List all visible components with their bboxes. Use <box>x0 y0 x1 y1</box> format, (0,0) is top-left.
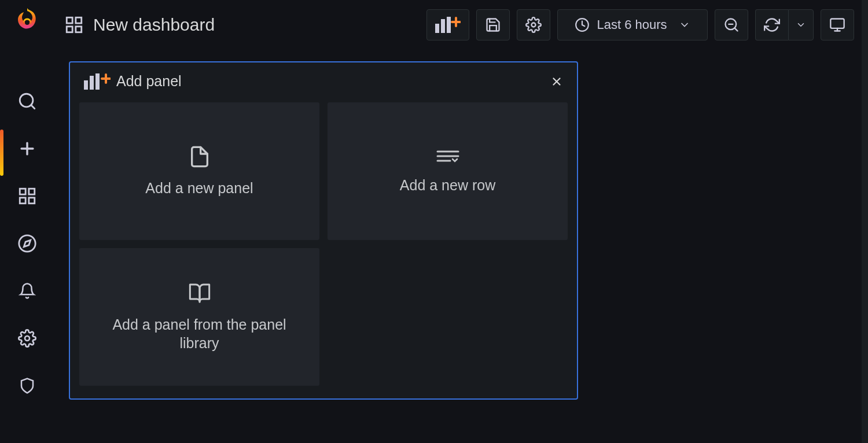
svg-point-12 <box>25 336 30 341</box>
time-range-label: Last 6 hours <box>597 17 667 32</box>
sidebar-explore[interactable] <box>12 228 43 259</box>
left-sidebar <box>0 0 54 443</box>
refresh-group <box>755 9 814 40</box>
save-button[interactable] <box>476 9 510 40</box>
grafana-logo[interactable] <box>13 7 41 35</box>
svg-rect-18 <box>441 19 445 33</box>
sidebar-alerting[interactable] <box>12 275 43 307</box>
tile-label: Add a panel from the panel library <box>97 315 302 353</box>
title-group: New dashboard <box>64 15 420 35</box>
tile-add-from-library[interactable]: Add a panel from the panel library <box>79 248 319 386</box>
settings-button[interactable] <box>517 9 550 40</box>
svg-marker-11 <box>24 240 30 246</box>
svg-rect-15 <box>67 27 72 32</box>
svg-rect-30 <box>84 80 88 90</box>
add-panel-button[interactable] <box>426 9 469 40</box>
svg-line-25 <box>734 28 737 31</box>
svg-rect-19 <box>447 17 451 33</box>
toolbar: New dashboard Last 6 hours <box>54 0 868 50</box>
refresh-interval-button[interactable] <box>788 9 814 40</box>
add-panel-widget: Add panel Add a new panel <box>69 61 578 400</box>
svg-point-22 <box>532 23 536 27</box>
chevron-down-icon <box>679 19 690 31</box>
svg-rect-14 <box>76 17 82 23</box>
close-button[interactable] <box>550 75 563 88</box>
sidebar-search[interactable] <box>12 86 43 117</box>
refresh-button[interactable] <box>755 9 788 40</box>
svg-rect-31 <box>90 76 94 90</box>
content: Add panel Add a new panel <box>54 50 868 411</box>
add-panel-title: Add panel <box>116 73 182 90</box>
book-icon <box>187 282 212 305</box>
tile-add-new-panel[interactable]: Add a new panel <box>79 102 319 240</box>
svg-rect-27 <box>830 19 844 28</box>
clock-icon <box>575 17 590 32</box>
sidebar-create[interactable] <box>12 133 43 164</box>
svg-rect-7 <box>28 189 34 194</box>
zoom-out-button[interactable] <box>715 9 748 40</box>
add-panel-header: Add panel <box>70 62 577 98</box>
scrollbar[interactable] <box>862 0 868 443</box>
add-panel-icon <box>84 73 111 90</box>
svg-rect-32 <box>95 73 100 90</box>
sidebar-configuration[interactable] <box>12 323 43 354</box>
time-range-button[interactable]: Last 6 hours <box>557 9 708 40</box>
svg-point-10 <box>19 235 35 252</box>
svg-line-3 <box>31 105 34 109</box>
file-icon <box>188 145 211 168</box>
svg-rect-17 <box>435 24 439 33</box>
tile-label: Add a new panel <box>145 179 253 198</box>
svg-point-0 <box>25 20 30 25</box>
svg-rect-13 <box>67 17 72 23</box>
tile-label: Add a new row <box>400 176 495 195</box>
tile-add-new-row[interactable]: Add a new row <box>328 102 568 240</box>
svg-rect-9 <box>28 198 34 204</box>
row-icon <box>435 148 461 165</box>
svg-rect-16 <box>76 27 82 32</box>
page-title[interactable]: New dashboard <box>93 15 215 35</box>
svg-rect-8 <box>20 198 25 204</box>
kiosk-button[interactable] <box>821 9 854 40</box>
dashboard-icon <box>64 15 84 35</box>
main-area: New dashboard Last 6 hours <box>54 0 868 443</box>
sidebar-dashboards[interactable] <box>12 180 43 212</box>
sidebar-admin[interactable] <box>12 370 43 401</box>
add-panel-body: Add a new panel Add a new row <box>70 98 577 398</box>
svg-rect-6 <box>20 189 25 194</box>
